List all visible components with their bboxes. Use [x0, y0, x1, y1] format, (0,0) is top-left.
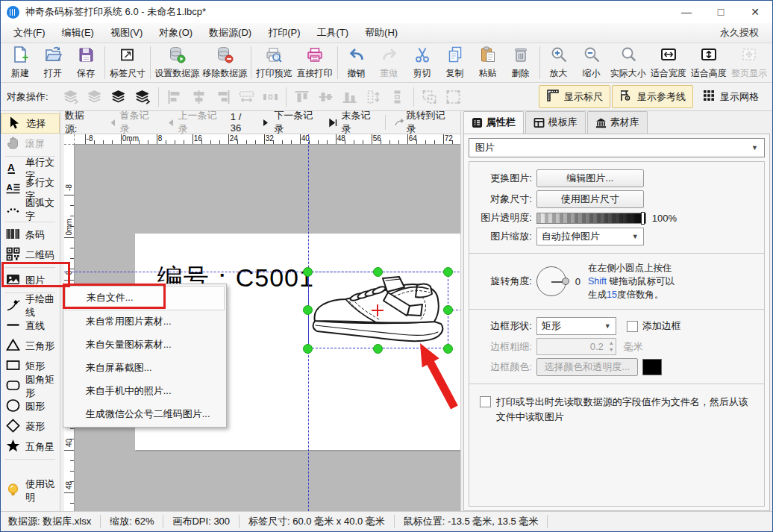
- status-item-3: 画布DPI: 300: [163, 515, 240, 528]
- toolbar-button-actual-size[interactable]: 实际大小: [608, 45, 648, 81]
- canvas-area[interactable]: -80mm81624324048566472 -80mm81624324048 …: [60, 134, 460, 511]
- read-from-file-checkbox[interactable]: [480, 396, 491, 407]
- selection-handle[interactable]: [443, 267, 453, 277]
- context-menu-item-5[interactable]: 来自手机中的照片...: [65, 379, 225, 402]
- opacity-slider-handle[interactable]: [641, 212, 645, 225]
- toolbar-button-save[interactable]: 保存: [69, 45, 102, 81]
- toolbar-button-fit-width[interactable]: 适合宽度: [648, 45, 689, 81]
- sidebar-help-button[interactable]: 使用说明: [1, 481, 60, 501]
- align-top-icon: [292, 87, 313, 107]
- selection-handle[interactable]: [303, 305, 313, 315]
- spinner-arrows-icon[interactable]: ▲▼: [609, 339, 614, 353]
- sidebar-tool-picture[interactable]: 图片: [1, 270, 60, 290]
- selection-handle[interactable]: [303, 267, 313, 277]
- ruler-tick: [70, 258, 74, 259]
- tab-props[interactable]: 属性栏: [463, 111, 524, 134]
- bring-front-icon[interactable]: [108, 87, 129, 107]
- close-button[interactable]: ✕: [738, 1, 772, 23]
- align-bottom-icon: [339, 87, 360, 107]
- redo-icon: [381, 46, 398, 66]
- minimize-button[interactable]: —: [669, 1, 704, 23]
- sidebar-tool-line[interactable]: 直线: [1, 316, 60, 336]
- toolbar-button-undo[interactable]: 撤销: [340, 45, 373, 81]
- toolbar-button-paste[interactable]: 粘贴: [472, 45, 504, 81]
- tab-materials[interactable]: 素材库: [587, 111, 648, 134]
- toolbar-button-delete[interactable]: 删除: [504, 45, 537, 81]
- toolbar-button-remove-datasource[interactable]: 移除数据源: [201, 45, 248, 81]
- toolbar-button-label: 复制: [446, 67, 464, 80]
- toolbar-button-cut[interactable]: 剪切: [406, 45, 439, 81]
- send-back-icon[interactable]: [132, 87, 153, 107]
- sidebar-tool-diamond[interactable]: 菱形: [1, 416, 60, 436]
- selection-handle[interactable]: [303, 344, 313, 354]
- selection-handle[interactable]: [443, 305, 453, 315]
- object-type-select[interactable]: 图片 ▼: [469, 138, 765, 157]
- toolbar-button-zoom-out[interactable]: 缩小: [575, 45, 608, 81]
- sidebar-tool-star[interactable]: 五角星: [1, 436, 60, 457]
- ruler-number: 16: [194, 134, 202, 143]
- last-record[interactable]: 末条记录: [323, 109, 381, 136]
- selection-handle[interactable]: [373, 267, 383, 277]
- toolbar-button-copy[interactable]: 复制: [439, 45, 472, 81]
- next-record[interactable]: 下一条记录: [256, 109, 323, 136]
- toggle-grid[interactable]: 显示网格: [695, 85, 766, 108]
- ruler-tick: [184, 140, 184, 144]
- menu-1[interactable]: 文件(F): [5, 23, 54, 43]
- sidebar-tool-pen[interactable]: 手绘曲线: [1, 295, 60, 316]
- toolbar-button-print-preview[interactable]: 打印预览: [254, 45, 294, 81]
- menu-3[interactable]: 视图(V): [102, 23, 151, 43]
- menu-8[interactable]: 帮助(H): [357, 23, 406, 43]
- toolbar-button-new-doc[interactable]: 新建: [4, 45, 37, 81]
- add-border-checkbox[interactable]: [627, 321, 638, 332]
- sidebar-tool-circle[interactable]: 圆形: [1, 396, 60, 416]
- menu-5[interactable]: 数据源(D): [201, 23, 260, 43]
- sidebar-tool-qrcode[interactable]: 二维码: [1, 245, 60, 265]
- tab-templates[interactable]: 模板库: [525, 111, 586, 134]
- context-menu-item-4[interactable]: 来自屏幕截图...: [65, 356, 225, 379]
- maximize-button[interactable]: □: [704, 1, 738, 23]
- border-color-button[interactable]: 选择颜色和透明度...: [536, 358, 638, 376]
- context-menu-item-1[interactable]: 来自文件...: [65, 286, 225, 310]
- selection-handle[interactable]: [373, 344, 383, 354]
- use-image-size-button[interactable]: 使用图片尺寸: [536, 190, 644, 208]
- toolbar-button-zoom-in[interactable]: 放大: [542, 45, 575, 81]
- menu-2[interactable]: 编辑(E): [54, 23, 102, 43]
- border-width-spinner[interactable]: 0.2 ▲▼: [536, 338, 616, 355]
- context-menu-item-6[interactable]: 生成微信公众号二维码图片...: [65, 402, 225, 425]
- context-menu-item-2[interactable]: 来自常用图片素材...: [65, 310, 225, 334]
- toolbar-separator: [150, 46, 151, 79]
- sidebar-tool-arc-text[interactable]: 圆弧文字: [1, 199, 60, 219]
- rotation-dial[interactable]: [536, 266, 566, 296]
- sidebar-tool-barcode[interactable]: 条码: [1, 225, 60, 245]
- toolbar-separator: [251, 46, 251, 79]
- menu-7[interactable]: 工具(T): [308, 23, 357, 43]
- sidebar-tool-triangle[interactable]: 三角形: [1, 336, 60, 356]
- toggle-guide[interactable]: 显示参考线: [612, 85, 693, 108]
- toolbar-button-open-folder[interactable]: 打开: [37, 45, 69, 81]
- sidebar-tool-rounded-rect[interactable]: 圆角矩形: [1, 376, 60, 396]
- sidebar-tool-label: 矩形: [25, 360, 45, 373]
- rotation-dial-handle[interactable]: [562, 278, 569, 285]
- toolbar-button-direct-print[interactable]: 直接打印: [294, 45, 334, 81]
- toolbar-button-label: 整页显示: [731, 67, 767, 80]
- direct-print-icon: [306, 46, 324, 66]
- sidebar-tool-cursor[interactable]: 选择: [1, 113, 60, 134]
- opacity-slider[interactable]: [536, 213, 646, 224]
- toolbar-button-set-datasource[interactable]: 设置数据源: [153, 45, 201, 81]
- image-scale-label: 图片缩放:: [472, 230, 536, 243]
- jump-to-record[interactable]: 跳转到记录: [389, 109, 456, 136]
- menu-4[interactable]: 对象(O): [151, 23, 201, 43]
- first-record[interactable]: 首条记录: [101, 109, 160, 136]
- border-shape-select[interactable]: 矩形 ▼: [536, 317, 616, 335]
- edit-image-button[interactable]: 编辑图片...: [536, 169, 644, 187]
- toolbar-button-label-size[interactable]: 标签尺寸: [107, 45, 148, 81]
- previous-record[interactable]: 上一条记录: [160, 109, 228, 136]
- context-menu-item-3[interactable]: 来自矢量图标素材...: [65, 334, 225, 357]
- toggle-ruler[interactable]: 显示标尺: [539, 85, 610, 108]
- toolbar-button-fit-height[interactable]: 适合高度: [689, 45, 729, 81]
- sidebar-tool-label: 直线: [25, 319, 45, 333]
- materials-icon: [595, 117, 607, 128]
- menu-6[interactable]: 打印(P): [260, 23, 308, 43]
- ruler-tick: [166, 140, 166, 144]
- image-scale-select[interactable]: 自动拉伸图片 ▼: [536, 228, 644, 245]
